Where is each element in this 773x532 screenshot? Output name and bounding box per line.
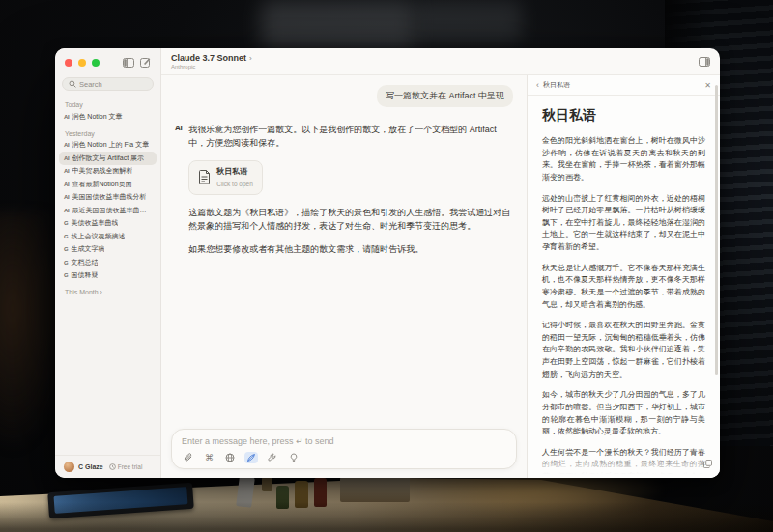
search-placeholder: Search xyxy=(79,80,102,89)
sidebar-section-label: Today xyxy=(65,101,151,108)
account-name: C Glaze xyxy=(78,463,103,470)
model-selector[interactable]: Claude 3.7 Sonnet › Anthropic xyxy=(171,53,252,70)
window-controls xyxy=(55,48,160,73)
claude-app-window: Search TodayAI润色 Notion 文章YesterdayAI润色 … xyxy=(55,48,720,478)
chat-item-label: 国债释疑 xyxy=(71,270,98,280)
chat-history-list: TodayAI润色 Notion 文章YesterdayAI润色 Notion … xyxy=(55,93,160,455)
message-input-placeholder: Enter a message here, press ↵ to send xyxy=(182,436,506,446)
sidebar-section-label: Yesterday xyxy=(65,130,151,137)
artifact-paragraph: 远处的山峦披上了红黄相间的外衣，近处的梧桐树叶子已经开始零星飘落。一片枯叶从树梢… xyxy=(542,193,705,254)
close-window-button[interactable] xyxy=(65,59,72,67)
copy-icon[interactable] xyxy=(703,455,712,472)
plan-badge: Free trial xyxy=(109,463,143,470)
artifact-paragraphs: 金色的阳光斜斜地洒在窗台上，树叶在微风中沙沙作响，仿佛在诉说着夏天的离去和秋天的… xyxy=(542,135,705,478)
artifact-title: 秋日私语 xyxy=(542,107,705,125)
attachment-icon[interactable] xyxy=(182,452,195,463)
this-month-section-label[interactable]: This Month › xyxy=(65,289,151,295)
chat-item-label: 最近美国国债收益率曲线绘... xyxy=(72,206,152,215)
chat-item-label: 润色 Notion 上的 Fia 文章 xyxy=(72,140,149,150)
gemini-g-icon: G xyxy=(64,272,68,278)
anthropic-ai-icon: AI xyxy=(64,114,69,120)
gemini-g-icon: G xyxy=(64,234,68,239)
close-icon[interactable]: ✕ xyxy=(704,81,711,90)
background-counter-front xyxy=(0,502,773,532)
command-icon[interactable]: ⌘ xyxy=(203,453,215,463)
artifact-paragraph: 金色的阳光斜斜地洒在窗台上，树叶在微风中沙沙作响，仿佛在诉说着夏天的离去和秋天的… xyxy=(542,135,705,184)
search-icon xyxy=(69,80,76,88)
chevron-right-icon: › xyxy=(249,54,252,63)
artifact-header-title: 秋日私语 xyxy=(543,80,570,90)
scrollbar[interactable] xyxy=(715,85,718,375)
desktop-background: Search TodayAI润色 Notion 文章YesterdayAI润色 … xyxy=(0,0,773,532)
assistant-message: AI 我很乐意为您创作一篇散文。以下是我创作的散文，放在了一个文档型的 Arti… xyxy=(175,123,513,265)
assistant-paragraph: 这篇散文题为《秋日私语》，描绘了秋天的景色和引发的人生感悟。我尝试通过对自然景象… xyxy=(188,206,513,234)
clock-icon xyxy=(109,463,116,470)
sidebar-chat-item[interactable]: AI润色 Notion 文章 xyxy=(59,110,157,124)
sidebar-toggle-icon[interactable] xyxy=(123,58,134,68)
chat-item-label: 美债收益率曲线 xyxy=(71,218,118,228)
gemini-g-icon: G xyxy=(64,260,68,266)
artifact-card-subtitle: Click to open xyxy=(216,180,253,189)
chat-item-label: 生成文字稿 xyxy=(71,244,104,254)
artifact-panel-header: ‹ 秋日私语 ✕ xyxy=(528,75,720,96)
account-row[interactable]: C Glaze Free trial xyxy=(55,455,160,478)
chat-item-label: 查看最新Notion页面 xyxy=(72,180,131,189)
artifact-panel: ‹ 秋日私语 ✕ 秋日私语 金色的阳光斜斜地洒在窗台上，树叶在微风中沙沙作响，仿… xyxy=(527,75,720,478)
chat-item-label: 中美贸易战全面解析 xyxy=(72,166,132,176)
anthropic-ai-icon: AI xyxy=(175,123,182,265)
sidebar-chat-item[interactable]: AI美国国债收益率曲线分析 xyxy=(59,191,157,205)
vendor-label: Anthropic xyxy=(171,64,252,70)
artifact-paragraph: 记得小时候，最喜欢在秋天的田野里奔跑。金黄的稻田一望无际，沉甸甸的稻穗低垂着头，… xyxy=(542,320,705,380)
sidebar-chat-item[interactable]: AI中美贸易战全面解析 xyxy=(59,165,157,179)
model-name: Claude 3.7 Sonnet xyxy=(171,53,246,63)
sidebar-chat-item[interactable]: G美债收益率曲线 xyxy=(59,217,157,231)
anthropic-ai-icon: AI xyxy=(64,182,69,187)
sidebar: Search TodayAI润色 Notion 文章YesterdayAI润色 … xyxy=(55,48,161,478)
sidebar-chat-item[interactable]: G文档总结 xyxy=(59,256,157,269)
artifact-paragraph: 如今，城市的秋天少了几分田园的气息，多了几分都市的喧嚣。但当夕阳西下，华灯初上，… xyxy=(542,389,705,438)
avatar xyxy=(64,462,74,472)
chat-item-label: 文档总结 xyxy=(71,258,98,267)
gemini-g-icon: G xyxy=(64,246,68,252)
artifact-card-title: 秋日私语 xyxy=(216,166,253,179)
chat-item-label: 润色 Notion 文章 xyxy=(72,112,122,122)
anthropic-ai-icon: AI xyxy=(64,168,69,174)
back-chevron-icon[interactable]: ‹ xyxy=(536,81,539,90)
anthropic-ai-icon: AI xyxy=(64,142,69,148)
search-input[interactable]: Search xyxy=(62,77,154,91)
gemini-g-icon: G xyxy=(64,220,68,226)
sidebar-chat-item[interactable]: AI润色 Notion 上的 Fia 文章 xyxy=(59,139,157,153)
lightbulb-icon[interactable] xyxy=(287,452,301,463)
sidebar-chat-item[interactable]: G生成文字稿 xyxy=(59,243,157,257)
sidebar-chat-item[interactable]: AI查看最新Notion页面 xyxy=(59,178,157,191)
anthropic-ai-icon: AI xyxy=(64,155,69,161)
anthropic-ai-icon: AI xyxy=(64,208,69,213)
minimize-window-button[interactable] xyxy=(78,59,86,67)
plan-label: Free trial xyxy=(118,463,143,470)
artifact-panel-toggle-icon[interactable] xyxy=(699,57,710,67)
user-message: 写一篇散文并在 Artifact 中呈现 xyxy=(377,85,513,107)
chat-item-label: 创作散文与 Artifact 展示 xyxy=(72,154,144,163)
artifact-card[interactable]: 秋日私语 Click to open xyxy=(188,160,263,195)
anthropic-ai-icon: AI xyxy=(64,194,69,200)
background-register xyxy=(340,477,410,502)
new-chat-icon[interactable] xyxy=(140,57,151,68)
chat-item-label: 线上会议视频摘述 xyxy=(71,232,125,241)
assistant-intro: 我很乐意为您创作一篇散文。以下是我创作的散文，放在了一个文档型的 Artifac… xyxy=(188,123,513,151)
assistant-paragraph: 如果您想要修改或者有其他主题的散文需求，请随时告诉我。 xyxy=(188,242,513,256)
background-espresso-machine xyxy=(261,0,415,50)
content-row: 写一篇散文并在 Artifact 中呈现 AI 我很乐意为您创作一篇散文。以下是… xyxy=(161,75,720,478)
artifact-paragraph: 秋天总是让人感慨万千。它不像春天那样充满生机，也不像夏天那样热情奔放，更不像冬天… xyxy=(542,263,705,312)
pen-icon[interactable] xyxy=(244,452,258,463)
tools-icon[interactable] xyxy=(266,452,279,463)
input-toolbar: ⌘ xyxy=(182,452,506,463)
sidebar-chat-item[interactable]: G国债释疑 xyxy=(59,269,157,283)
artifact-content: 秋日私语 金色的阳光斜斜地洒在窗台上，树叶在微风中沙沙作响，仿佛在诉说着夏天的离… xyxy=(528,96,720,478)
zoom-window-button[interactable] xyxy=(92,59,100,67)
message-input[interactable]: Enter a message here, press ↵ to send ⌘ xyxy=(171,429,517,469)
sidebar-chat-item[interactable]: G线上会议视频摘述 xyxy=(59,230,157,243)
globe-icon[interactable] xyxy=(223,452,237,463)
sidebar-chat-item[interactable]: AI创作散文与 Artifact 展示 xyxy=(59,152,157,165)
sidebar-chat-item[interactable]: AI最近美国国债收益率曲线绘... xyxy=(59,204,157,217)
chat-pane: 写一篇散文并在 Artifact 中呈现 AI 我很乐意为您创作一篇散文。以下是… xyxy=(161,75,527,478)
